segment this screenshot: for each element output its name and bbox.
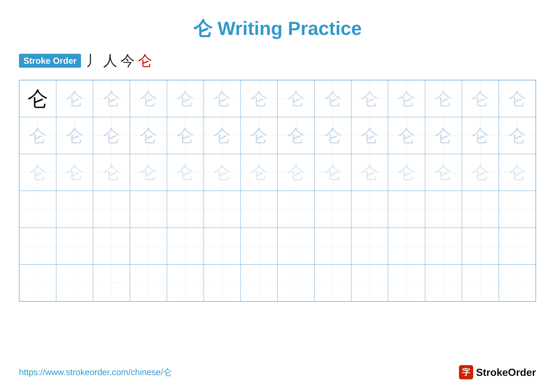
grid-cell-guide[interactable]: 仑 (388, 154, 425, 191)
practice-cell[interactable] (278, 228, 314, 264)
practice-cell[interactable] (167, 264, 204, 301)
grid-cell-guide[interactable]: 仑 (278, 154, 314, 191)
practice-cell[interactable] (499, 191, 536, 228)
practice-cell[interactable] (351, 191, 388, 228)
guide-character: 仑 (29, 164, 46, 181)
practice-cell[interactable] (56, 264, 93, 301)
guide-character: 仑 (140, 90, 157, 107)
grid-cell-guide[interactable]: 仑 (351, 117, 388, 154)
grid-cell-guide[interactable]: 仑 (462, 80, 499, 117)
grid-cell-guide[interactable]: 仑 (56, 154, 93, 191)
practice-cell[interactable] (278, 264, 314, 301)
grid-cell-guide[interactable]: 仑 (241, 80, 278, 117)
practice-cell[interactable] (241, 264, 278, 301)
practice-cell[interactable] (204, 264, 241, 301)
practice-cell[interactable] (499, 264, 536, 301)
footer-url[interactable]: https://www.strokeorder.com/chinese/仑 (19, 366, 172, 378)
grid-cell-guide[interactable]: 仑 (93, 154, 130, 191)
practice-cell[interactable] (278, 191, 314, 228)
stroke-1: 丿 (86, 51, 100, 70)
practice-cell[interactable] (19, 228, 56, 264)
main-character: 仑 (28, 88, 48, 109)
practice-cell[interactable] (93, 191, 130, 228)
grid-cell-guide[interactable]: 仑 (93, 117, 130, 154)
guide-character: 仑 (66, 164, 83, 181)
grid-cell-guide[interactable]: 仑 (499, 154, 536, 191)
guide-character: 仑 (509, 127, 526, 144)
grid-cell-guide[interactable]: 仑 (462, 154, 499, 191)
grid-cell-guide[interactable]: 仑 (241, 117, 278, 154)
grid-cell-guide[interactable]: 仑 (351, 80, 388, 117)
grid-cell-guide[interactable]: 仑 (93, 80, 130, 117)
practice-cell[interactable] (425, 228, 462, 264)
practice-cell[interactable] (19, 264, 56, 301)
guide-character: 仑 (472, 164, 489, 181)
practice-cell[interactable] (56, 228, 93, 264)
practice-cell[interactable] (314, 228, 351, 264)
grid-cell-guide[interactable]: 仑 (204, 154, 241, 191)
practice-cell[interactable] (388, 228, 425, 264)
grid-cell-guide[interactable]: 仑 (351, 154, 388, 191)
practice-cell[interactable] (93, 228, 130, 264)
grid-cell-guide[interactable]: 仑 (130, 154, 167, 191)
practice-cell[interactable] (388, 264, 425, 301)
practice-cell[interactable] (130, 191, 167, 228)
practice-cell[interactable] (204, 191, 241, 228)
guide-character: 仑 (324, 90, 342, 107)
grid-cell-guide[interactable]: 仑 (204, 80, 241, 117)
grid-cell-guide[interactable]: 仑 (425, 80, 462, 117)
practice-cell[interactable] (462, 228, 499, 264)
practice-cell[interactable] (56, 191, 93, 228)
grid-cell-guide[interactable]: 仑 (167, 154, 204, 191)
practice-cell[interactable] (204, 228, 241, 264)
grid-cell-guide[interactable]: 仑 (425, 117, 462, 154)
grid-cell-guide[interactable]: 仑 (167, 117, 204, 154)
grid-cell-main[interactable]: 仑 (19, 80, 56, 117)
grid-cell-guide[interactable]: 仑 (388, 80, 425, 117)
grid-cell-guide[interactable]: 仑 (19, 154, 56, 191)
grid-cell-guide[interactable]: 仑 (56, 80, 93, 117)
grid-cell-guide[interactable]: 仑 (314, 80, 351, 117)
practice-cell[interactable] (425, 191, 462, 228)
grid-cell-guide[interactable]: 仑 (278, 117, 314, 154)
practice-cell[interactable] (241, 191, 278, 228)
grid-cell-guide[interactable]: 仑 (425, 154, 462, 191)
guide-character: 仑 (140, 164, 157, 181)
practice-cell[interactable] (351, 264, 388, 301)
practice-cell[interactable] (425, 264, 462, 301)
practice-cell[interactable] (351, 228, 388, 264)
grid-cell-guide[interactable]: 仑 (314, 117, 351, 154)
practice-cell[interactable] (462, 264, 499, 301)
grid-cell-guide[interactable]: 仑 (314, 154, 351, 191)
practice-cell[interactable] (462, 191, 499, 228)
practice-cell[interactable] (93, 264, 130, 301)
page-title: 仑 Writing Practice (19, 16, 536, 42)
guide-character: 仑 (398, 164, 415, 181)
practice-cell[interactable] (19, 191, 56, 228)
grid-cell-guide[interactable]: 仑 (167, 80, 204, 117)
practice-cell[interactable] (167, 228, 204, 264)
grid-cell-guide[interactable]: 仑 (130, 80, 167, 117)
guide-character: 仑 (103, 164, 120, 181)
practice-cell[interactable] (130, 264, 167, 301)
grid-cell-guide[interactable]: 仑 (19, 117, 56, 154)
grid-cell-guide[interactable]: 仑 (241, 154, 278, 191)
grid-cell-guide[interactable]: 仑 (278, 80, 314, 117)
grid-cell-guide[interactable]: 仑 (130, 117, 167, 154)
guide-character: 仑 (324, 164, 342, 181)
practice-cell[interactable] (499, 228, 536, 264)
guide-character: 仑 (176, 90, 194, 107)
practice-cell[interactable] (314, 191, 351, 228)
practice-cell[interactable] (130, 228, 167, 264)
grid-cell-guide[interactable]: 仑 (499, 117, 536, 154)
practice-cell[interactable] (241, 228, 278, 264)
grid-cell-guide[interactable]: 仑 (204, 117, 241, 154)
grid-cell-guide[interactable]: 仑 (499, 80, 536, 117)
guide-character: 仑 (213, 90, 231, 107)
grid-cell-guide[interactable]: 仑 (388, 117, 425, 154)
grid-cell-guide[interactable]: 仑 (462, 117, 499, 154)
practice-cell[interactable] (167, 191, 204, 228)
grid-cell-guide[interactable]: 仑 (56, 117, 93, 154)
practice-cell[interactable] (314, 264, 351, 301)
practice-cell[interactable] (388, 191, 425, 228)
